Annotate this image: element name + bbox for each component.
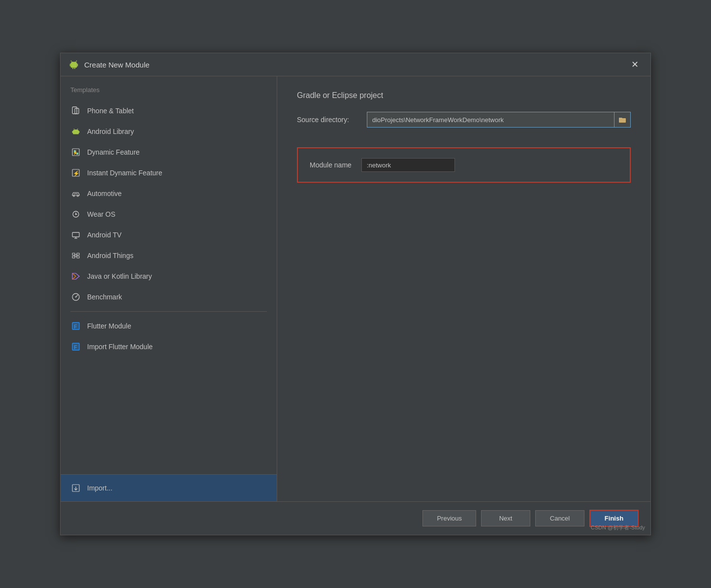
import-flutter-icon: F — [70, 341, 81, 352]
sidebar-item-instant-dynamic-feature[interactable]: ⚡ Instant Dynamic Feature — [61, 163, 277, 183]
import-icon — [70, 483, 81, 493]
sidebar-item-label-dynamic-feature: Dynamic Feature — [87, 148, 140, 156]
instant-dynamic-feature-icon: ⚡ — [70, 167, 81, 178]
footer: Previous Next Cancel Finish — [61, 501, 650, 535]
dynamic-feature-icon: ⚡ — [70, 147, 81, 158]
cancel-button[interactable]: Cancel — [535, 510, 584, 526]
svg-line-6 — [71, 61, 71, 62]
svg-line-7 — [76, 61, 77, 62]
benchmark-icon — [70, 292, 81, 302]
sidebar-divider — [70, 311, 267, 312]
android-library-icon — [70, 126, 81, 137]
title-bar-left: Create New Module — [68, 59, 150, 70]
sidebar-item-java-kotlin-library[interactable]: Java or Kotlin Library — [61, 266, 277, 287]
sidebar-item-label-android-things: Android Things — [87, 252, 133, 260]
svg-rect-13 — [79, 131, 80, 133]
dialog-title: Create New Module — [84, 61, 150, 69]
sidebar-item-label-automotive: Automotive — [87, 190, 122, 197]
svg-line-14 — [74, 129, 74, 130]
svg-rect-3 — [77, 64, 78, 66]
svg-rect-12 — [72, 131, 73, 133]
svg-text:F: F — [74, 344, 77, 350]
android-tv-icon — [70, 229, 81, 240]
svg-point-41 — [75, 296, 76, 297]
content-area: Templates Phone & Tablet — [61, 76, 650, 501]
sidebar-item-label-android-tv: Android TV — [87, 231, 122, 239]
svg-rect-36 — [75, 255, 77, 257]
close-button[interactable]: ✕ — [627, 58, 643, 71]
svg-rect-2 — [70, 64, 71, 66]
android-things-icon — [70, 250, 81, 261]
svg-line-38 — [72, 273, 76, 276]
previous-button[interactable]: Previous — [422, 510, 476, 526]
source-browse-button[interactable] — [614, 112, 630, 127]
sidebar-item-label-flutter-module: Flutter Module — [87, 322, 131, 330]
svg-text:⚡: ⚡ — [73, 150, 78, 155]
section-title: Gradle or Eclipse project — [297, 91, 631, 100]
svg-text:F: F — [74, 324, 77, 329]
main-panel: Gradle or Eclipse project Source directo… — [277, 76, 650, 501]
source-directory-input-container — [367, 112, 631, 128]
sidebar-item-android-things[interactable]: Android Things — [61, 245, 277, 266]
module-name-box: Module name — [297, 147, 631, 183]
automotive-icon — [70, 188, 81, 199]
sidebar-item-label-benchmark: Benchmark — [87, 293, 122, 301]
sidebar-item-flutter-module[interactable]: F Flutter Module — [61, 316, 277, 336]
create-new-module-dialog: Create New Module ✕ Templates — [60, 53, 651, 535]
sidebar-item-label-phone-tablet: Phone & Tablet — [87, 107, 134, 115]
svg-line-39 — [72, 276, 76, 279]
sidebar-item-label-wear-os: Wear OS — [87, 210, 115, 218]
android-icon — [68, 59, 79, 70]
svg-rect-5 — [74, 67, 75, 69]
svg-rect-35 — [77, 256, 79, 258]
sidebar-item-label-android-library: Android Library — [87, 128, 134, 135]
flutter-module-icon: F — [70, 321, 81, 331]
title-bar: Create New Module ✕ — [61, 53, 650, 76]
sidebar-item-label-java-kotlin-library: Java or Kotlin Library — [87, 272, 152, 280]
svg-rect-33 — [72, 256, 75, 258]
sidebar-item-phone-tablet[interactable]: Phone & Tablet — [61, 100, 277, 121]
svg-text:⚡: ⚡ — [73, 170, 80, 177]
source-directory-label: Source directory: — [297, 116, 361, 124]
sidebar-item-label-import-flutter-module: Import Flutter Module — [87, 343, 153, 351]
templates-label: Templates — [61, 76, 277, 98]
sidebar-item-android-tv[interactable]: Android TV — [61, 225, 277, 245]
svg-rect-24 — [74, 193, 78, 195]
sidebar-item-import-flutter-module[interactable]: F Import Flutter Module — [61, 336, 277, 357]
module-name-label: Module name — [310, 161, 352, 169]
import-label: Import... — [87, 484, 112, 492]
sidebar-item-dynamic-feature[interactable]: ⚡ Dynamic Feature — [61, 142, 277, 163]
sidebar-item-android-library[interactable]: Android Library — [61, 121, 277, 142]
phone-tablet-icon — [70, 105, 81, 116]
svg-line-15 — [77, 129, 78, 130]
next-button[interactable]: Next — [481, 510, 530, 526]
source-directory-row: Source directory: — [297, 112, 631, 128]
module-name-input[interactable] — [361, 158, 455, 172]
svg-rect-29 — [72, 232, 79, 237]
sidebar-item-automotive[interactable]: Automotive — [61, 183, 277, 204]
import-button[interactable]: Import... — [61, 474, 277, 501]
watermark: CSDN @初学者-Study — [591, 524, 645, 531]
wear-os-icon — [70, 209, 81, 220]
source-directory-input[interactable] — [367, 116, 614, 124]
java-kotlin-icon — [70, 271, 81, 282]
svg-rect-4 — [72, 67, 73, 69]
sidebar-item-wear-os[interactable]: Wear OS — [61, 204, 277, 225]
sidebar-item-benchmark[interactable]: Benchmark — [61, 287, 277, 307]
svg-rect-34 — [77, 253, 79, 255]
sidebar: Templates Phone & Tablet — [61, 76, 277, 501]
svg-rect-32 — [72, 253, 75, 255]
sidebar-item-label-instant-dynamic-feature: Instant Dynamic Feature — [87, 169, 162, 177]
sidebar-items: Phone & Tablet — [61, 98, 277, 474]
folder-icon — [618, 116, 626, 123]
